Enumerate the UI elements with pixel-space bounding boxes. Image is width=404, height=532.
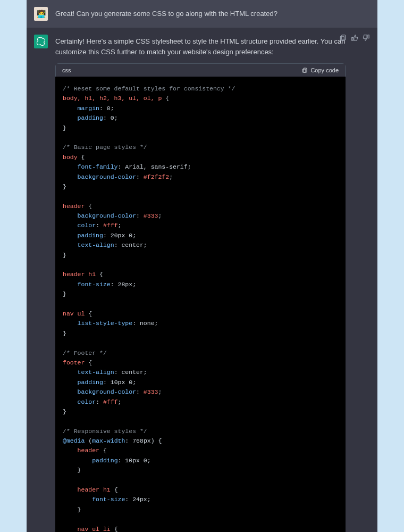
user-message-row: 🧑‍💻 Great! Can you generate some CSS to … <box>27 0 377 28</box>
assistant-avatar <box>34 35 48 48</box>
svg-rect-0 <box>304 68 307 72</box>
code-lang-label: css <box>62 67 71 73</box>
svg-rect-1 <box>302 69 306 72</box>
message-actions <box>339 34 370 41</box>
thumbs-down-button[interactable] <box>363 34 370 41</box>
clipboard-icon <box>339 34 347 41</box>
clipboard-icon <box>301 67 308 73</box>
code-block: css Copy code /* Reset some default styl… <box>55 63 346 532</box>
chat-panel: 🧑‍💻 Great! Can you generate some CSS to … <box>27 0 377 532</box>
thumbs-up-button[interactable] <box>351 34 358 41</box>
thumbs-down-icon <box>363 34 370 41</box>
user-avatar: 🧑‍💻 <box>34 7 48 21</box>
assistant-intro: Certainly! Here's a simple CSS styleshee… <box>55 35 346 57</box>
assistant-message-row: Certainly! Here's a simple CSS styleshee… <box>27 28 377 532</box>
copy-code-label: Copy code <box>310 67 339 73</box>
user-message-text: Great! Can you generate some CSS to go a… <box>55 7 277 21</box>
code-header: css Copy code <box>55 63 346 77</box>
svg-rect-2 <box>342 35 346 40</box>
openai-icon <box>36 37 46 46</box>
code-body[interactable]: /* Reset some default styles for consist… <box>55 77 346 532</box>
thumbs-up-icon <box>351 34 358 41</box>
copy-code-button[interactable]: Copy code <box>301 67 339 73</box>
copy-message-button[interactable] <box>339 34 347 41</box>
